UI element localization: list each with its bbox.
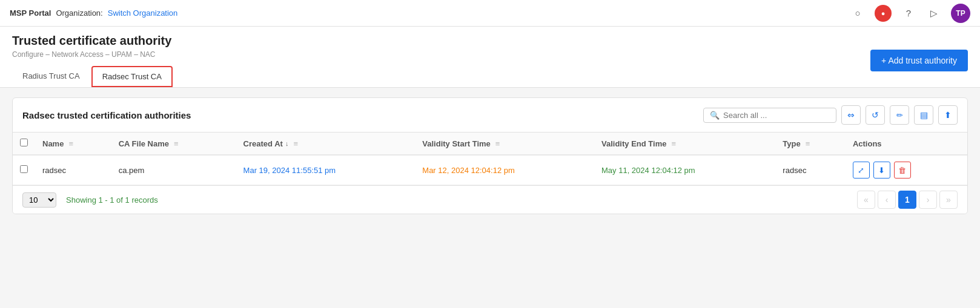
upload-icon: ⬆ xyxy=(944,110,952,120)
table-card: Radsec trusted certification authorities… xyxy=(12,97,968,214)
switch-org-link[interactable]: Switch Organization xyxy=(108,8,178,18)
search-input[interactable] xyxy=(723,111,830,120)
page-1-button[interactable]: 1 xyxy=(898,191,916,209)
page-header-left: Trusted certificate authority Configure … xyxy=(12,34,174,87)
col-actions: Actions xyxy=(846,133,967,155)
delete-icon: 🗑 xyxy=(898,166,906,175)
table-toolbar: Radsec trusted certification authorities… xyxy=(13,98,967,133)
table-title: Radsec trusted certification authorities xyxy=(22,110,191,120)
add-trust-authority-button[interactable]: + Add trust authority xyxy=(870,50,968,71)
col-validity-start: Validity Start Time ≡ xyxy=(415,133,594,155)
sort-created-at-icon[interactable]: ↓ xyxy=(285,140,289,147)
export-icon: ✏ xyxy=(896,111,903,120)
cell-ca-file: ca.pem xyxy=(111,155,236,185)
page-title: Trusted certificate authority xyxy=(12,34,174,48)
org-label: Organization: xyxy=(56,8,102,18)
per-page-select[interactable]: 10 25 50 100 xyxy=(22,192,56,208)
columns-button[interactable]: ▤ xyxy=(914,105,933,125)
cell-validity-start: Mar 12, 2024 12:04:12 pm xyxy=(415,155,594,185)
cell-name: radsec xyxy=(35,155,111,185)
circle-icon: ○ xyxy=(849,5,866,22)
per-page-section: 10 25 50 100 Showing 1 - 1 of 1 records xyxy=(22,192,158,208)
col-type-menu[interactable]: ≡ xyxy=(806,139,810,148)
col-vstart-menu[interactable]: ≡ xyxy=(495,139,500,148)
search-box: 🔍 xyxy=(703,108,836,123)
row-checkbox[interactable] xyxy=(20,165,28,173)
pagination-controls: « ‹ 1 › » xyxy=(857,191,958,209)
tab-radsec[interactable]: Radsec Trust CA xyxy=(91,66,173,87)
col-type: Type ≡ xyxy=(775,133,846,155)
row-checkbox-cell xyxy=(13,155,35,185)
prev-page-button[interactable]: ‹ xyxy=(878,191,896,209)
topnav-left: MSP Portal Organization: Switch Organiza… xyxy=(10,8,177,18)
expand-icon[interactable]: ▷ xyxy=(925,5,942,22)
last-page-button[interactable]: » xyxy=(939,191,958,209)
refresh-icon: ↺ xyxy=(872,110,879,120)
cell-type: radsec xyxy=(775,155,846,185)
row-actions: ⤢ ⬇ 🗑 xyxy=(853,162,960,179)
main-content: Radsec trusted certification authorities… xyxy=(0,88,980,224)
select-all-cell xyxy=(13,133,35,155)
export-button[interactable]: ✏ xyxy=(890,105,909,125)
table-row: radsec ca.pem Mar 19, 2024 11:55:51 pm M… xyxy=(13,155,967,185)
col-created-at: Created At ↓ ≡ xyxy=(236,133,416,155)
download-icon: ⬇ xyxy=(878,166,885,175)
col-vend-menu[interactable]: ≡ xyxy=(671,139,676,148)
columns-icon: ▤ xyxy=(920,110,928,120)
page-1-label: 1 xyxy=(905,195,910,205)
col-name: Name ≡ xyxy=(35,133,111,155)
top-navigation: MSP Portal Organization: Switch Organiza… xyxy=(0,0,980,27)
notification-icon[interactable]: ● xyxy=(875,5,892,22)
tab-list: Radius Trust CA Radsec Trust CA xyxy=(12,66,174,87)
cell-created-at: Mar 19, 2024 11:55:51 pm xyxy=(236,155,416,185)
showing-text: Showing 1 - 1 of 1 records xyxy=(66,195,158,205)
cell-actions: ⤢ ⬇ 🗑 xyxy=(846,155,967,185)
download-button[interactable]: ⬇ xyxy=(873,162,890,179)
prev-page-icon: ‹ xyxy=(886,195,889,205)
col-cafile-menu[interactable]: ≡ xyxy=(174,139,179,148)
resize-columns-button[interactable]: ⇔ xyxy=(841,105,861,125)
select-all-checkbox[interactable] xyxy=(20,139,28,146)
first-page-icon: « xyxy=(864,195,869,205)
upload-button[interactable]: ⬆ xyxy=(938,105,958,125)
first-page-button[interactable]: « xyxy=(857,191,875,209)
tab-radius[interactable]: Radius Trust CA xyxy=(12,66,90,87)
user-avatar[interactable]: TP xyxy=(951,4,970,23)
cell-validity-end: May 11, 2024 12:04:12 pm xyxy=(594,155,775,185)
breadcrumb: Configure – Network Access – UPAM – NAC xyxy=(12,50,174,59)
help-icon[interactable]: ? xyxy=(900,5,917,22)
next-page-icon: › xyxy=(927,195,930,205)
table-header: Name ≡ CA File Name ≡ Created At ↓ xyxy=(13,133,967,155)
refresh-button[interactable]: ↺ xyxy=(866,105,885,125)
data-table: Name ≡ CA File Name ≡ Created At ↓ xyxy=(13,133,967,185)
col-name-menu[interactable]: ≡ xyxy=(68,139,73,148)
msp-portal-label: MSP Portal xyxy=(10,8,51,18)
next-page-button[interactable]: › xyxy=(919,191,937,209)
table-body: radsec ca.pem Mar 19, 2024 11:55:51 pm M… xyxy=(13,155,967,185)
page-header: Trusted certificate authority Configure … xyxy=(0,27,980,88)
col-validity-end: Validity End Time ≡ xyxy=(594,133,775,155)
toolbar-right: 🔍 ⇔ ↺ ✏ ▤ ⬆ xyxy=(703,105,958,125)
col-created-menu[interactable]: ≡ xyxy=(293,139,298,148)
pagination-bar: 10 25 50 100 Showing 1 - 1 of 1 records … xyxy=(13,185,967,214)
expand-row-button[interactable]: ⤢ xyxy=(853,162,870,179)
topnav-right: ○ ● ? ▷ TP xyxy=(849,4,970,23)
search-icon: 🔍 xyxy=(710,111,720,120)
delete-button[interactable]: 🗑 xyxy=(894,162,911,179)
expand-row-icon: ⤢ xyxy=(858,166,864,175)
col-ca-file: CA File Name ≡ xyxy=(111,133,236,155)
resize-icon: ⇔ xyxy=(847,110,855,120)
last-page-icon: » xyxy=(946,195,951,205)
